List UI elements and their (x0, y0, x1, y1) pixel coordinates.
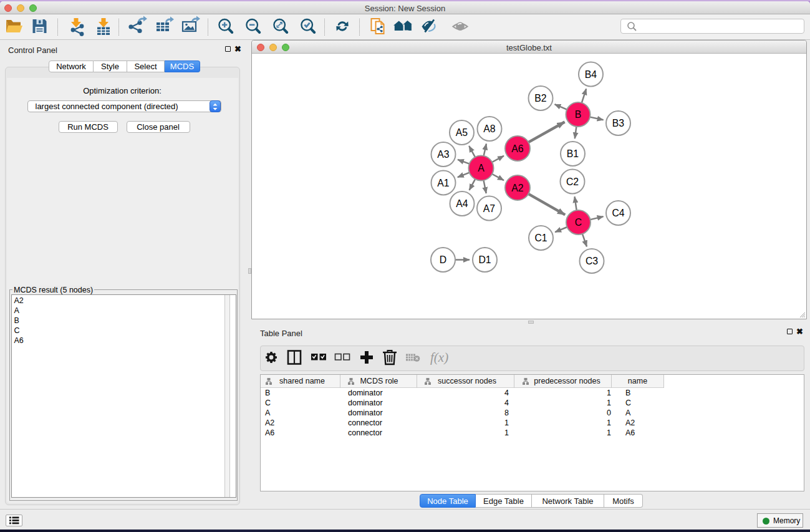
svg-text:D: D (440, 254, 446, 265)
svg-text:A1: A1 (437, 178, 450, 188)
svg-text:B4: B4 (585, 69, 597, 80)
svg-text:A: A (478, 163, 485, 173)
svg-text:A2: A2 (511, 183, 523, 193)
svg-text:B3: B3 (612, 118, 625, 128)
svg-text:A6: A6 (511, 143, 524, 154)
svg-text:B2: B2 (534, 93, 546, 104)
svg-text:C: C (575, 217, 582, 228)
svg-text:B: B (575, 109, 582, 120)
svg-text:C1: C1 (534, 233, 547, 243)
svg-text:A3: A3 (437, 149, 450, 160)
svg-text:A4: A4 (456, 198, 468, 209)
svg-text:A8: A8 (483, 123, 496, 134)
svg-text:C4: C4 (612, 208, 624, 218)
svg-text:A5: A5 (456, 127, 468, 138)
svg-text:B1: B1 (567, 148, 579, 159)
svg-text:C3: C3 (586, 256, 598, 266)
svg-text:C2: C2 (566, 177, 579, 187)
svg-text:A7: A7 (483, 203, 495, 214)
svg-text:D1: D1 (478, 254, 491, 265)
svg-text:f(x): f(x) (430, 350, 448, 365)
